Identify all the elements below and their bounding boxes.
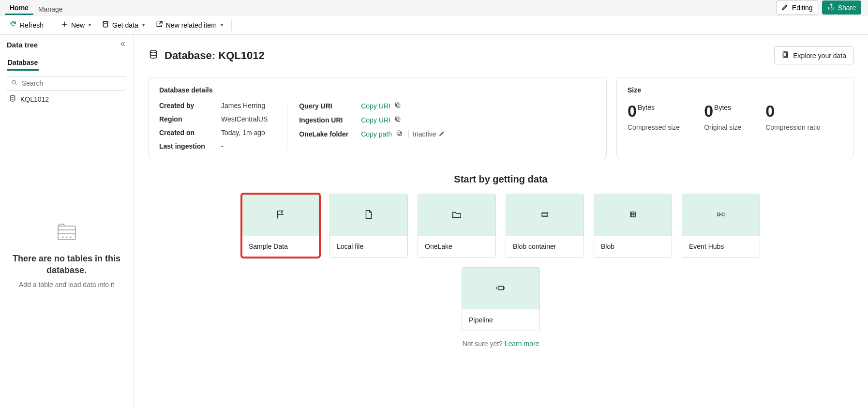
copy-icon[interactable] <box>394 102 401 110</box>
tile-blob-container[interactable]: Blob container <box>506 194 584 258</box>
tile-label: Sample Data <box>242 236 319 257</box>
svg-rect-10 <box>397 104 400 107</box>
detail-value: Today, 1m ago <box>221 129 265 137</box>
editing-label: Editing <box>792 4 813 12</box>
copy-ingestion-uri-link[interactable]: Copy URI <box>361 116 390 124</box>
ratio-name: Compression ratio <box>765 123 821 131</box>
folder-icon <box>451 209 462 221</box>
search-input[interactable] <box>21 79 122 88</box>
tree-item-label: KQL1012 <box>20 95 49 103</box>
database-details-card: Database details Created by James Herrin… <box>148 77 607 159</box>
title-prefix: Database: <box>165 49 215 61</box>
detail-label: Created by <box>159 102 217 109</box>
onelake-status: Inactive <box>408 130 446 138</box>
svg-rect-9 <box>784 53 787 57</box>
svg-rect-11 <box>395 103 399 106</box>
database-icon <box>148 49 159 62</box>
detail-label: Ingestion URI <box>299 116 357 124</box>
tile-label: OneLake <box>418 236 495 257</box>
explore-icon <box>781 51 789 60</box>
compressed-size-metric: 0 Bytes Compressed size <box>628 102 680 131</box>
footer-note: Not sure yet? Learn more <box>148 340 853 348</box>
copy-icon[interactable] <box>396 130 403 138</box>
get-data-label: Get data <box>112 21 138 29</box>
copy-onelake-path-link[interactable]: Copy path <box>361 130 392 138</box>
search-box[interactable] <box>7 76 126 91</box>
svg-rect-14 <box>398 132 402 136</box>
svg-rect-12 <box>397 118 400 121</box>
original-unit: Bytes <box>714 104 731 111</box>
tile-sample-data[interactable]: Sample Data <box>241 194 320 258</box>
tab-home[interactable]: Home <box>5 1 33 15</box>
file-icon <box>363 209 374 221</box>
blob-icon <box>629 210 637 220</box>
svg-point-2 <box>10 95 15 97</box>
pencil-icon <box>781 3 789 12</box>
separator <box>52 19 52 31</box>
search-icon <box>11 79 18 88</box>
event-hubs-icon <box>717 210 725 220</box>
title-dbname: KQL1012 <box>218 49 264 61</box>
tree-item-database[interactable]: KQL1012 <box>7 91 126 107</box>
original-value: 0 <box>704 102 713 121</box>
copy-icon[interactable] <box>394 116 401 124</box>
inactive-label: Inactive <box>413 130 436 138</box>
svg-point-7 <box>150 50 157 53</box>
collapse-icon[interactable] <box>120 41 126 49</box>
data-in-icon <box>102 20 109 30</box>
explore-label: Explore your data <box>793 52 846 60</box>
svg-rect-15 <box>397 131 400 134</box>
new-button[interactable]: New ▾ <box>56 17 95 33</box>
tile-event-hubs[interactable]: Event Hubs <box>682 194 760 258</box>
database-icon <box>9 94 16 104</box>
tile-label: Blob <box>594 236 672 257</box>
get-data-button[interactable]: Get data ▾ <box>97 17 149 33</box>
share-label: Share <box>838 4 856 12</box>
main-content: Database: KQL1012 Explore your data Data… <box>134 35 868 410</box>
tile-local-file[interactable]: Local file <box>329 194 408 258</box>
pipeline-icon <box>495 283 506 295</box>
editing-button[interactable]: Editing <box>776 0 818 15</box>
get-data-title: Start by getting data <box>148 174 853 185</box>
empty-subtitle: Add a table and load data into it <box>12 281 121 289</box>
compressed-unit: Bytes <box>638 104 655 111</box>
refresh-button[interactable]: Refresh <box>5 17 48 33</box>
sidebar-title: Data tree <box>7 41 38 49</box>
copy-query-uri-link[interactable]: Copy URI <box>361 102 390 110</box>
tile-label: Blob container <box>506 236 584 257</box>
sidebar: Data tree Database KQL1012 <box>0 35 134 410</box>
tile-pipeline[interactable]: Pipeline <box>462 267 540 331</box>
svg-rect-16 <box>542 212 548 216</box>
share-button[interactable]: Share <box>822 0 861 15</box>
size-card: Size 0 Bytes Compressed size 0 Bytes <box>616 77 853 159</box>
sidebar-tab-database[interactable]: Database <box>7 56 39 71</box>
compressed-name: Compressed size <box>628 123 680 131</box>
external-icon <box>155 20 163 30</box>
svg-rect-20 <box>498 286 504 289</box>
detail-label: Region <box>159 115 217 123</box>
tile-blob[interactable]: Blob <box>594 194 672 258</box>
new-related-button[interactable]: New related item ▾ <box>151 17 227 33</box>
new-label: New <box>71 21 85 29</box>
svg-rect-18 <box>718 213 720 216</box>
svg-rect-19 <box>722 213 724 216</box>
explore-data-button[interactable]: Explore your data <box>774 46 853 64</box>
detail-label: Query URI <box>299 102 357 110</box>
svg-rect-13 <box>395 117 399 120</box>
tile-label: Event Hubs <box>682 236 760 257</box>
learn-more-link[interactable]: Learn more <box>505 340 539 348</box>
chevron-down-icon: ▾ <box>221 22 223 28</box>
tile-onelake[interactable]: OneLake <box>418 194 496 258</box>
card-title: Size <box>628 86 842 94</box>
ratio-value: 0 <box>765 102 775 121</box>
detail-value: James Herring <box>221 102 265 109</box>
page-title: Database: KQL1012 <box>148 49 265 62</box>
tile-label: Local file <box>330 236 407 257</box>
tile-label: Pipeline <box>462 309 539 331</box>
tab-manage[interactable]: Manage <box>33 2 68 15</box>
compression-ratio-metric: 0 Compression ratio <box>765 102 821 131</box>
container-icon <box>540 210 549 220</box>
detail-value: - <box>221 142 224 150</box>
pencil-icon[interactable] <box>439 130 446 138</box>
separator <box>231 19 232 31</box>
